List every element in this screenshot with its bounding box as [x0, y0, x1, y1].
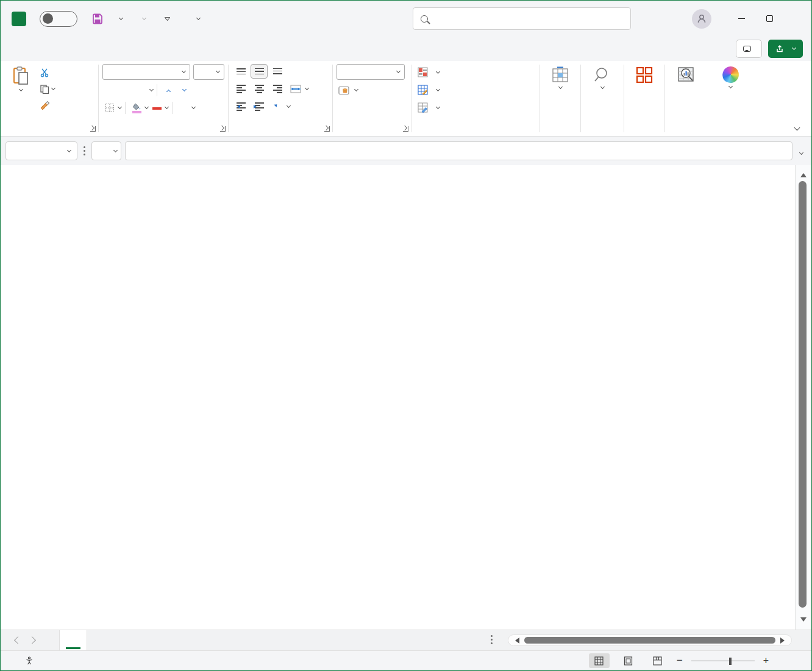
insert-function-dropdown-icon[interactable]	[113, 147, 118, 152]
save-button[interactable]	[87, 9, 108, 29]
horizontal-scrollbar[interactable]	[508, 634, 792, 646]
addins-button[interactable]	[631, 64, 658, 121]
normal-view-button[interactable]	[589, 653, 610, 668]
merge-dropdown-icon[interactable]	[305, 86, 309, 90]
borders-dropdown-icon[interactable]	[118, 105, 122, 109]
conditional-formatting-button[interactable]	[415, 64, 536, 80]
scroll-right-icon[interactable]	[780, 637, 788, 644]
align-left-button[interactable]	[232, 82, 249, 96]
phonetic-dropdown-icon[interactable]	[191, 105, 196, 109]
formula-input[interactable]	[125, 141, 792, 160]
increase-font-button[interactable]	[161, 83, 176, 98]
customize-qat-button[interactable]	[157, 9, 177, 29]
sheet-tab-active[interactable]	[59, 630, 87, 650]
undo-dropdown-icon[interactable]	[118, 15, 123, 20]
vertical-scrollbar[interactable]	[795, 165, 811, 630]
borders-button[interactable]	[102, 101, 117, 115]
orientation-button[interactable]	[269, 99, 286, 114]
align-bottom-button[interactable]	[269, 64, 286, 79]
maximize-button[interactable]	[755, 7, 783, 31]
font-size-select[interactable]	[193, 64, 224, 80]
align-center-button[interactable]	[251, 82, 268, 96]
accounting-format-button[interactable]	[337, 83, 351, 98]
merge-center-button[interactable]	[287, 82, 304, 96]
increase-indent-button[interactable]	[251, 99, 268, 114]
scroll-down-icon[interactable]	[800, 617, 807, 625]
fill-color-button[interactable]	[129, 101, 144, 115]
zoom-slider-thumb[interactable]	[729, 658, 732, 665]
align-middle-button[interactable]	[251, 64, 268, 79]
cut-button[interactable]	[37, 65, 57, 80]
fill-color-dropdown-icon[interactable]	[144, 105, 149, 109]
cell-styles-button[interactable]	[415, 99, 536, 116]
prev-sheet-icon[interactable]	[14, 636, 22, 644]
font-color-button[interactable]	[149, 101, 164, 115]
undo-button[interactable]	[110, 9, 131, 29]
tabbar-resize-handle[interactable]	[488, 635, 495, 644]
data-analysis-button[interactable]	[672, 64, 700, 136]
scroll-left-icon[interactable]	[512, 637, 519, 644]
autosave-control[interactable]	[35, 11, 77, 27]
format-as-table-button[interactable]	[415, 82, 536, 98]
comments-button[interactable]	[736, 40, 762, 58]
cell-styles-dropdown-icon	[436, 104, 440, 108]
quick-access-toolbar	[87, 9, 177, 29]
number-dialog-launcher[interactable]	[403, 126, 408, 132]
paste-button[interactable]	[7, 64, 35, 121]
share-button[interactable]	[768, 40, 803, 58]
vertical-scrollbar-thumb[interactable]	[799, 181, 807, 608]
namebox-resize-handle[interactable]	[81, 146, 88, 155]
wrap-text-button[interactable]	[287, 64, 304, 79]
customize-qat-chevron-icon	[165, 16, 169, 21]
share-dropdown-icon	[792, 46, 796, 50]
autosave-toggle[interactable]	[40, 11, 77, 27]
minimize-button[interactable]	[727, 7, 755, 31]
close-button[interactable]	[783, 7, 811, 31]
font-color-dropdown-icon[interactable]	[165, 105, 169, 109]
zoom-in-button[interactable]: +	[763, 655, 769, 666]
search-box[interactable]	[413, 7, 631, 30]
page-layout-view-button[interactable]	[618, 653, 639, 668]
font-name-select[interactable]	[102, 64, 190, 80]
editing-icon	[593, 66, 611, 83]
underline-dropdown-icon[interactable]	[149, 87, 154, 91]
horizontal-scrollbar-thumb[interactable]	[524, 637, 775, 644]
expand-formula-bar-button[interactable]	[796, 146, 807, 156]
zoom-out-button[interactable]: −	[677, 655, 683, 667]
phonetic-button[interactable]	[176, 101, 191, 115]
accessibility-status[interactable]	[25, 656, 37, 665]
page-break-view-button[interactable]	[647, 653, 668, 668]
decrease-font-button[interactable]	[177, 83, 191, 98]
bold-button[interactable]	[102, 83, 117, 98]
scroll-up-icon[interactable]	[800, 170, 807, 177]
number-format-select[interactable]	[337, 64, 405, 80]
title-dropdown-icon[interactable]	[196, 15, 201, 20]
copy-button[interactable]	[37, 82, 57, 96]
clipboard-dialog-launcher[interactable]	[90, 126, 96, 132]
cells-button[interactable]	[546, 64, 574, 136]
next-sheet-icon[interactable]	[28, 636, 36, 644]
document-title[interactable]	[191, 18, 200, 20]
alignment-dialog-launcher[interactable]	[324, 126, 330, 132]
comma-style-button[interactable]	[380, 83, 394, 98]
editing-button[interactable]	[588, 64, 616, 136]
zoom-slider[interactable]	[691, 661, 755, 661]
italic-button[interactable]	[118, 83, 133, 98]
collapse-ribbon-icon[interactable]	[794, 125, 800, 131]
underline-button[interactable]	[134, 83, 149, 98]
percent-style-button[interactable]	[361, 83, 376, 98]
redo-button[interactable]	[134, 9, 154, 29]
increase-font-arrow-icon	[166, 89, 171, 93]
name-box[interactable]	[5, 141, 77, 160]
decrease-indent-button[interactable]	[232, 99, 249, 114]
accounting-dropdown-icon[interactable]	[354, 87, 358, 91]
align-top-button[interactable]	[232, 64, 249, 79]
font-dialog-launcher[interactable]	[220, 126, 226, 132]
copilot-button[interactable]	[718, 64, 744, 136]
account-avatar[interactable]	[692, 9, 711, 29]
excel-logo-icon[interactable]	[12, 12, 26, 26]
format-painter-button[interactable]	[37, 98, 57, 113]
expand-formula-bar-icon	[799, 150, 803, 154]
align-right-button[interactable]	[269, 82, 286, 96]
orientation-dropdown-icon[interactable]	[287, 104, 291, 108]
